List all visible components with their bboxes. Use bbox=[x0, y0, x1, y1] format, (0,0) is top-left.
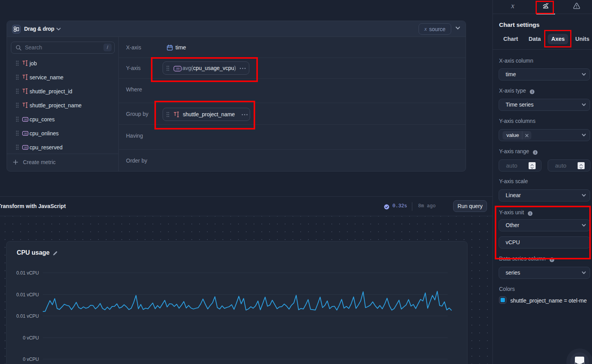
svg-text:.00: .00 bbox=[23, 118, 27, 121]
svg-text:.00: .00 bbox=[23, 146, 27, 149]
svg-text:.00: .00 bbox=[23, 132, 27, 135]
